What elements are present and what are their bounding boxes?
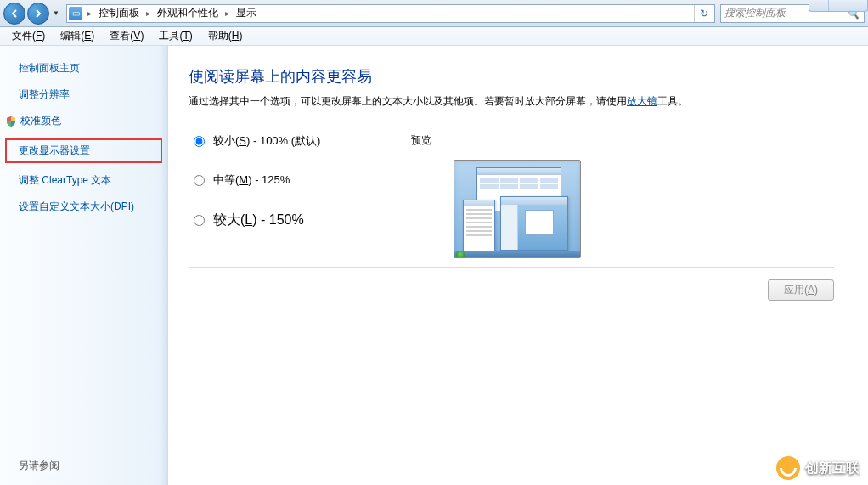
menu-edit[interactable]: 编辑(E): [54, 27, 101, 45]
navigation-bar: ▼ ▭ ▸ 控制面板 ▸ 外观和个性化 ▸ 显示 ↻ 搜索控制面板 🔍: [0, 0, 868, 27]
location-icon: ▭: [69, 7, 82, 20]
watermark: 创新互联: [776, 456, 860, 480]
radio-option-small[interactable]: 较小(S) - 100% (默认): [189, 133, 409, 149]
watermark-icon: [776, 456, 800, 480]
apply-button[interactable]: 应用(A): [768, 279, 834, 301]
refresh-button[interactable]: ↻: [694, 5, 713, 22]
chevron-right-icon[interactable]: ▸: [223, 8, 231, 18]
radio-small-input[interactable]: [194, 136, 205, 147]
breadcrumb: ▸ 控制面板 ▸ 外观和个性化 ▸ 显示: [86, 6, 260, 20]
magnifier-link[interactable]: 放大镜: [627, 95, 657, 107]
radio-option-medium[interactable]: 中等(M) - 125%: [189, 172, 409, 188]
sidebar-item-dpi[interactable]: 设置自定义文本大小(DPI): [0, 198, 167, 216]
preview-label: 预览: [409, 133, 834, 148]
shield-icon: [5, 116, 17, 127]
watermark-text: 创新互联: [805, 460, 860, 477]
menu-view[interactable]: 查看(V): [103, 27, 150, 45]
back-button[interactable]: [3, 3, 25, 25]
menu-file[interactable]: 文件(F): [5, 27, 52, 45]
menu-tools[interactable]: 工具(T): [152, 27, 199, 45]
radio-large-input[interactable]: [194, 215, 205, 226]
sidebar-item-cleartype[interactable]: 调整 ClearType 文本: [0, 172, 167, 189]
address-bar[interactable]: ▭ ▸ 控制面板 ▸ 外观和个性化 ▸ 显示 ↻: [66, 4, 715, 23]
page-description: 通过选择其中一个选项，可以更改屏幕上的文本大小以及其他项。若要暂时放大部分屏幕，…: [189, 93, 834, 110]
radio-option-large[interactable]: 较大(L) - 150%: [189, 211, 409, 229]
sidebar-footer: 另请参阅: [0, 459, 167, 485]
radio-medium-input[interactable]: [194, 175, 205, 186]
sidebar-item-display-settings[interactable]: 更改显示器设置: [5, 138, 162, 163]
sidebar-item-home[interactable]: 控制面板主页: [0, 59, 167, 77]
forward-button[interactable]: [27, 3, 49, 25]
page-title: 使阅读屏幕上的内容更容易: [189, 66, 834, 87]
sidebar: 控制面板主页 调整分辨率 校准颜色 更改显示器设置 调整 ClearType 文…: [0, 46, 168, 485]
sidebar-item-resolution[interactable]: 调整分辨率: [0, 86, 167, 104]
menu-bar: 文件(F) 编辑(E) 查看(V) 工具(T) 帮助(H): [0, 27, 868, 46]
sidebar-item-calibrate[interactable]: 校准颜色: [0, 112, 167, 130]
history-dropdown-icon[interactable]: ▼: [51, 5, 61, 22]
chevron-right-icon[interactable]: ▸: [144, 8, 152, 18]
menu-help[interactable]: 帮助(H): [201, 27, 250, 45]
content-area: 使阅读屏幕上的内容更容易 通过选择其中一个选项，可以更改屏幕上的文本大小以及其他…: [168, 46, 868, 485]
search-placeholder: 搜索控制面板: [724, 6, 786, 20]
divider: [189, 267, 834, 268]
breadcrumb-item[interactable]: 外观和个性化: [154, 6, 222, 20]
breadcrumb-item[interactable]: 显示: [233, 6, 260, 20]
preview-image: [454, 160, 581, 258]
chevron-right-icon[interactable]: ▸: [86, 8, 93, 18]
window-controls[interactable]: [809, 0, 868, 12]
breadcrumb-item[interactable]: 控制面板: [95, 6, 143, 20]
